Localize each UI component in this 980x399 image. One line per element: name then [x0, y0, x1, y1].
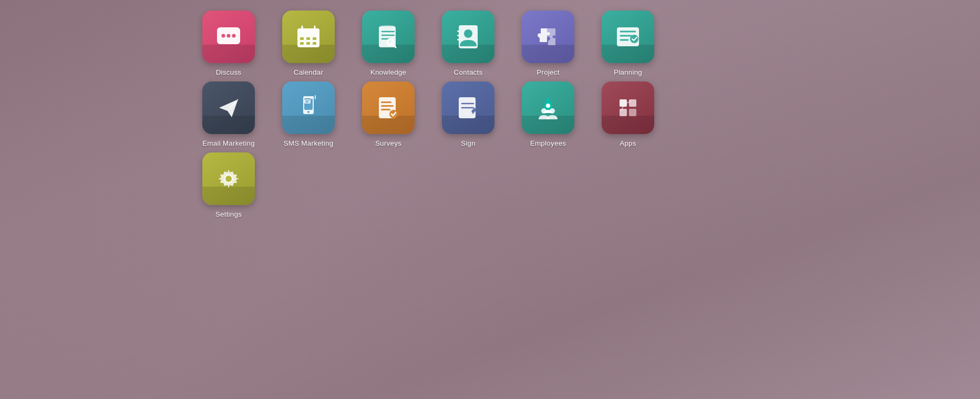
- calendar-label: Calendar: [294, 68, 323, 76]
- discuss-label: Discuss: [216, 68, 242, 76]
- svg-rect-12: [306, 42, 310, 45]
- svg-rect-53: [629, 109, 636, 116]
- app-item-sms-marketing[interactable]: SMS Marketing: [274, 81, 343, 147]
- discuss-icon: [202, 11, 255, 63]
- calendar-icon: [282, 11, 335, 63]
- surveys-label: Surveys: [375, 139, 401, 147]
- svg-rect-8: [300, 37, 304, 40]
- svg-rect-52: [620, 109, 627, 116]
- app-item-employees[interactable]: Employees: [514, 81, 582, 147]
- svg-rect-5: [297, 28, 319, 35]
- svg-point-28: [630, 35, 638, 43]
- knowledge-label: Knowledge: [370, 68, 407, 76]
- contacts-label: Contacts: [454, 68, 483, 76]
- svg-rect-38: [315, 95, 316, 99]
- svg-rect-37: [313, 96, 314, 99]
- planning-label: Planning: [614, 68, 642, 76]
- app-item-calendar[interactable]: Calendar: [274, 11, 343, 76]
- svg-rect-9: [306, 37, 310, 40]
- svg-point-20: [464, 29, 472, 38]
- project-label: Project: [537, 68, 559, 76]
- employees-icon: [522, 81, 574, 134]
- app-item-discuss[interactable]: Discuss: [194, 11, 263, 76]
- svg-rect-11: [300, 42, 304, 45]
- svg-rect-40: [381, 101, 391, 103]
- employees-label: Employees: [530, 139, 566, 147]
- svg-rect-33: [304, 99, 311, 104]
- svg-point-32: [307, 111, 310, 113]
- svg-point-3: [232, 34, 236, 38]
- svg-rect-51: [629, 99, 636, 107]
- svg-rect-41: [381, 105, 394, 107]
- contacts-icon: [442, 11, 494, 63]
- app-item-apps[interactable]: Apps: [594, 81, 662, 147]
- sms-marketing-icon: [282, 81, 335, 134]
- apps-label: Apps: [620, 139, 636, 147]
- app-item-planning[interactable]: Planning: [594, 11, 662, 76]
- sign-icon: [442, 81, 494, 134]
- apps-icon: [602, 81, 654, 134]
- svg-rect-13: [313, 42, 316, 45]
- app-item-project[interactable]: Project: [514, 11, 582, 76]
- sign-label: Sign: [461, 139, 476, 147]
- email-marketing-icon: [202, 81, 255, 134]
- app-item-knowledge[interactable]: Knowledge: [354, 11, 422, 76]
- planning-icon: [602, 11, 654, 63]
- app-grid: Discuss Calendar: [194, 11, 662, 218]
- sms-marketing-label: SMS Marketing: [284, 139, 334, 147]
- svg-point-2: [227, 34, 231, 38]
- app-item-settings[interactable]: Settings: [194, 152, 263, 218]
- surveys-icon: [362, 81, 415, 134]
- app-item-contacts[interactable]: Contacts: [434, 11, 502, 76]
- knowledge-icon: [362, 11, 415, 63]
- app-item-surveys[interactable]: Surveys: [354, 81, 422, 147]
- svg-rect-10: [313, 37, 316, 40]
- svg-rect-23: [457, 39, 460, 40]
- svg-point-55: [225, 176, 232, 182]
- svg-rect-21: [457, 30, 460, 32]
- svg-point-1: [222, 34, 225, 38]
- settings-label: Settings: [215, 210, 242, 218]
- svg-rect-50: [620, 99, 627, 107]
- email-marketing-label: Email Marketing: [202, 139, 255, 147]
- svg-rect-22: [457, 35, 460, 36]
- svg-rect-42: [381, 109, 390, 110]
- project-icon: [522, 11, 574, 63]
- svg-rect-36: [311, 97, 312, 99]
- settings-icon: [202, 152, 255, 205]
- svg-point-49: [546, 104, 550, 108]
- app-item-email-marketing[interactable]: Email Marketing: [194, 81, 263, 147]
- app-item-sign[interactable]: Sign: [434, 81, 502, 147]
